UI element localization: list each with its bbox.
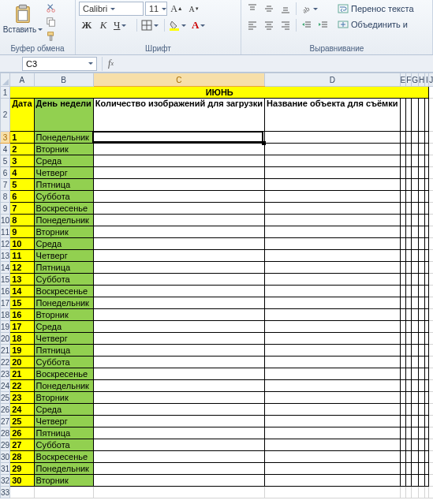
header-cell[interactable] <box>412 99 419 132</box>
cell[interactable] <box>264 203 400 215</box>
row-header[interactable]: 31 <box>1 463 10 475</box>
cell[interactable] <box>406 191 412 203</box>
cell[interactable] <box>419 215 425 226</box>
cell[interactable]: 23 <box>10 392 34 404</box>
align-left-button[interactable] <box>244 18 260 32</box>
cell[interactable] <box>93 463 264 475</box>
cell[interactable] <box>400 333 406 345</box>
cell[interactable] <box>429 380 433 392</box>
cell[interactable] <box>412 487 419 498</box>
cell[interactable] <box>264 392 400 404</box>
shrink-font-button[interactable]: A▼ <box>186 2 202 16</box>
cell[interactable] <box>406 286 412 297</box>
cell[interactable]: Четверг <box>34 416 93 427</box>
cell[interactable] <box>412 179 419 191</box>
cell[interactable] <box>419 392 425 404</box>
cell[interactable] <box>419 179 425 191</box>
cell[interactable]: 22 <box>10 380 34 392</box>
cell[interactable] <box>93 333 264 345</box>
cell[interactable]: Суббота <box>34 357 93 368</box>
cell[interactable]: Вторник <box>34 475 93 487</box>
cell[interactable] <box>264 309 400 321</box>
cell[interactable] <box>419 368 425 380</box>
cell[interactable] <box>264 357 400 368</box>
cell[interactable] <box>429 487 433 498</box>
cell[interactable]: Понедельник <box>34 463 93 475</box>
cell[interactable] <box>400 167 406 179</box>
copy-button[interactable] <box>44 16 58 28</box>
cell[interactable] <box>406 238 412 250</box>
cell[interactable] <box>264 404 400 416</box>
cell[interactable] <box>419 321 425 333</box>
cell[interactable] <box>93 132 264 144</box>
cell[interactable] <box>429 463 433 475</box>
cell[interactable] <box>412 392 419 404</box>
cell[interactable] <box>93 250 264 262</box>
cell[interactable] <box>400 144 406 155</box>
fill-color-button[interactable] <box>167 18 189 32</box>
cell[interactable] <box>406 215 412 226</box>
cell[interactable]: 26 <box>10 427 34 439</box>
cell[interactable] <box>400 309 406 321</box>
row-header[interactable]: 30 <box>1 451 10 463</box>
cell[interactable] <box>429 155 433 167</box>
cell[interactable] <box>429 427 433 439</box>
cell[interactable] <box>264 250 400 262</box>
wrap-text-button[interactable]: Перенос текста <box>336 2 416 16</box>
cell[interactable] <box>400 286 406 297</box>
row-header[interactable]: 5 <box>1 155 10 167</box>
cell[interactable] <box>419 309 425 321</box>
font-size-combo[interactable]: 11 <box>145 2 167 16</box>
cell[interactable] <box>93 427 264 439</box>
header-cell[interactable] <box>406 99 412 132</box>
cell[interactable] <box>93 274 264 286</box>
cell[interactable] <box>412 416 419 427</box>
row-header[interactable]: 11 <box>1 226 10 238</box>
row-header[interactable]: 15 <box>1 274 10 286</box>
col-header-A[interactable]: A <box>10 73 34 87</box>
cell[interactable] <box>419 238 425 250</box>
cell[interactable] <box>406 262 412 274</box>
cell[interactable] <box>93 451 264 463</box>
cell[interactable]: 13 <box>10 274 34 286</box>
row-header[interactable]: 13 <box>1 250 10 262</box>
cell[interactable] <box>429 439 433 451</box>
cell[interactable] <box>406 274 412 286</box>
row-header[interactable]: 33 <box>1 487 10 498</box>
cell[interactable] <box>406 427 412 439</box>
cell[interactable] <box>412 191 419 203</box>
cell[interactable]: 30 <box>10 475 34 487</box>
cell[interactable]: Понедельник <box>34 297 93 309</box>
cell[interactable] <box>406 439 412 451</box>
cell[interactable] <box>419 427 425 439</box>
cell[interactable]: 12 <box>10 262 34 274</box>
cell[interactable] <box>93 179 264 191</box>
format-painter-button[interactable] <box>44 30 58 43</box>
cell[interactable]: Среда <box>34 155 93 167</box>
row-header[interactable]: 25 <box>1 392 10 404</box>
col-header-D[interactable]: D <box>264 73 400 87</box>
cell[interactable] <box>429 238 433 250</box>
cell[interactable] <box>400 203 406 215</box>
cell[interactable] <box>93 416 264 427</box>
cell[interactable]: Пятница <box>34 345 93 357</box>
cell[interactable] <box>412 155 419 167</box>
cell[interactable]: Суббота <box>34 191 93 203</box>
cell[interactable] <box>412 286 419 297</box>
cell[interactable] <box>406 380 412 392</box>
cell[interactable] <box>419 380 425 392</box>
cell[interactable] <box>429 203 433 215</box>
cell[interactable] <box>429 297 433 309</box>
cell[interactable] <box>93 487 264 498</box>
cell[interactable]: 10 <box>10 238 34 250</box>
align-center-button[interactable] <box>261 18 277 32</box>
cell[interactable] <box>93 167 264 179</box>
row-header[interactable]: 22 <box>1 357 10 368</box>
cell[interactable] <box>429 179 433 191</box>
cell[interactable]: 20 <box>10 357 34 368</box>
cell[interactable]: Четверг <box>34 167 93 179</box>
dec-indent-button[interactable] <box>299 18 315 32</box>
cell[interactable] <box>93 215 264 226</box>
cell[interactable] <box>400 345 406 357</box>
cell[interactable] <box>93 191 264 203</box>
